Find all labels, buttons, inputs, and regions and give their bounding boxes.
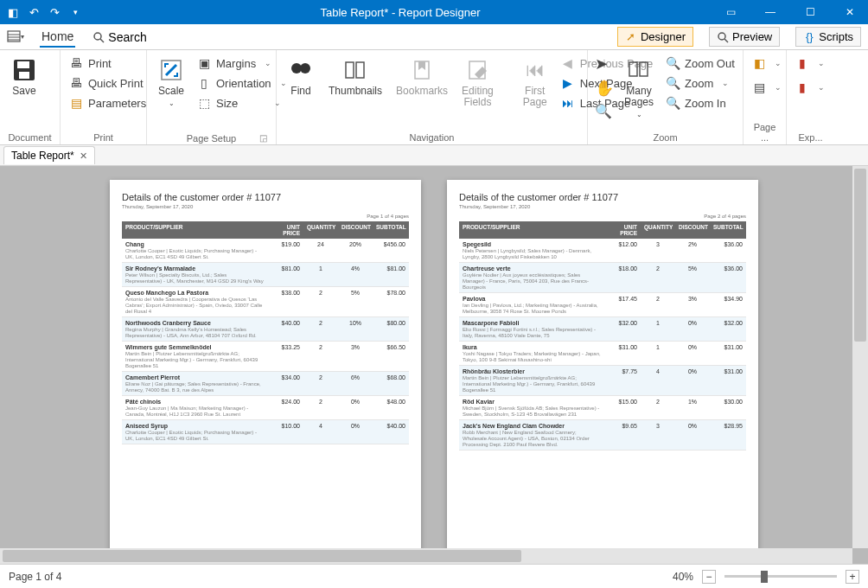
export-to-button[interactable]: ▮⌄ (794, 54, 827, 72)
bookmarks-icon (408, 56, 436, 84)
workspace: Details of the customer order # 11077 Th… (0, 166, 868, 564)
table-row: Jack's New England Clam ChowderRobb Merc… (459, 420, 746, 451)
zoom-slider[interactable] (724, 575, 837, 578)
orientation-icon: ▯ (197, 76, 211, 90)
group-navigation-label: Navigation (284, 131, 580, 143)
save-button[interactable]: Save (7, 54, 41, 99)
help-popup-icon[interactable]: ▭ (718, 3, 744, 21)
scale-icon (157, 56, 185, 84)
parameters-button[interactable]: ▤Parameters (67, 94, 148, 112)
group-page-label: Page ... (750, 120, 779, 143)
table-row: Queso Manchego La PastoraAntonio del Val… (122, 287, 409, 317)
table-row: Wimmers gute SemmelknödelMartin Bein | P… (122, 342, 409, 372)
table-row: Röd KaviarMichael Björn | Svensk Sjöföda… (459, 396, 746, 420)
page-color-icon: ◧ (752, 56, 766, 70)
table-header: PRODUCT/SUPPLIER UNIT PRICE QUANTITY DIS… (122, 221, 409, 239)
pointer-icon[interactable]: ➤ (595, 54, 614, 74)
pdf-icon: ▮ (795, 56, 809, 70)
print-button[interactable]: 🖶Print (67, 54, 148, 72)
thumbnails-button[interactable]: Thumbnails (325, 54, 386, 99)
preview-icon (717, 31, 729, 43)
size-button[interactable]: ⬚Size⌄ (195, 94, 289, 112)
table-row: Northwoods Cranberry SauceRegina Murphy … (122, 317, 409, 342)
bookmarks-button: Bookmarks (393, 54, 451, 99)
zoom-button[interactable]: 🔍Zoom⌄ (664, 74, 737, 92)
maximize-button[interactable]: ☐ (797, 3, 823, 21)
thumbnails-icon (341, 56, 369, 84)
title-bar: ◧ ↶ ↷ ▾ Table Report* - Report Designer … (0, 0, 868, 24)
zoom-in-icon: 🔍 (666, 96, 680, 110)
prev-page-icon: ◀ (561, 56, 575, 70)
minimize-button[interactable]: — (757, 3, 783, 21)
zoom-in-button[interactable]: 🔍Zoom In (664, 94, 737, 112)
tab-preview[interactable]: Preview (709, 27, 780, 47)
table-row: Pâté chinoisJean-Guy Lauzon | Ma Maison;… (122, 396, 409, 420)
document-tab-label: Table Report* (11, 150, 74, 162)
save-icon (10, 56, 38, 84)
quick-print-button[interactable]: 🖶Quick Print (67, 74, 148, 92)
scripts-icon: {} (803, 31, 815, 43)
group-print-label: Print (67, 131, 139, 143)
close-tab-icon[interactable]: ✕ (80, 150, 87, 162)
main-menu-icon[interactable]: ▾ (7, 29, 24, 46)
document-tab[interactable]: Table Report* ✕ (3, 146, 95, 164)
svg-rect-19 (629, 62, 637, 76)
first-page-icon: ⏮ (521, 56, 549, 84)
zoom-minus-button[interactable]: − (702, 570, 716, 584)
many-pages-icon (625, 56, 653, 84)
table-row: PavlovaIan Devling | Pavlova, Ltd.; Mark… (459, 293, 746, 317)
find-button[interactable]: Find (284, 54, 318, 99)
vertical-scrollbar[interactable] (852, 166, 868, 548)
scale-button[interactable]: Scale⌄ (154, 54, 188, 110)
status-zoom: 40% (673, 571, 693, 583)
margins-button[interactable]: ▣Margins⌄ (195, 54, 289, 72)
horizontal-scrollbar[interactable] (0, 548, 852, 564)
tab-designer[interactable]: ➚ Designer (617, 27, 693, 47)
report-title: Details of the customer order # 11077 (459, 192, 746, 202)
group-export-label: Exp... (794, 131, 827, 143)
svg-rect-14 (300, 67, 302, 70)
close-button[interactable]: ✕ (837, 3, 863, 21)
tab-search[interactable]: Search (91, 28, 148, 47)
table-row: ChangCharlotte Cooper | Exotic Liquids; … (122, 239, 409, 263)
next-page-icon: ▶ (561, 76, 575, 90)
zoom-out-button[interactable]: 🔍Zoom Out (664, 54, 737, 72)
page-color-button[interactable]: ◧⌄ (750, 54, 783, 72)
group-zoom-label: Zoom (595, 131, 736, 143)
table-row: Sir Rodney's MarmaladePeter Wilson | Spe… (122, 263, 409, 287)
pan-icon[interactable]: ✋ (595, 79, 614, 98)
ribbon: Save Document 🖶Print 🖶Quick Print ▤Param… (0, 50, 868, 145)
zoom-plus-button[interactable]: + (846, 570, 859, 584)
magnifier-icon[interactable]: 🔍 (595, 103, 614, 119)
send-button[interactable]: ▮⌄ (794, 79, 827, 96)
table-row: Camembert PierrotEliane Noz | Gai pâtura… (122, 372, 409, 396)
redo-icon[interactable]: ↷ (47, 4, 62, 20)
status-bar: Page 1 of 4 40% − + (0, 564, 868, 588)
report-page-1: Details of the customer order # 11077 Th… (110, 180, 421, 552)
window-title: Table Report* - Report Designer (83, 6, 718, 19)
report-title: Details of the customer order # 11077 (122, 192, 409, 202)
table-row: Aniseed SyrupCharlotte Cooper | Exotic L… (122, 420, 409, 444)
undo-icon[interactable]: ↶ (26, 4, 41, 20)
many-pages-button[interactable]: Many Pages⌄ (621, 54, 657, 122)
document-tab-bar: Table Report* ✕ (0, 145, 868, 166)
table-header: PRODUCT/SUPPLIER UNIT PRICE QUANTITY DIS… (459, 221, 746, 239)
table-row: Mascarpone FabioliElio Rossi | Formaggi … (459, 317, 746, 342)
editing-fields-button: Editing Fields (458, 54, 497, 110)
watermark-button[interactable]: ▤⌄ (750, 79, 783, 96)
page-setup-dialog-launcher[interactable]: ◲ (259, 133, 269, 143)
qat-dropdown-icon[interactable]: ▾ (67, 4, 83, 20)
tab-scripts[interactable]: {} Scripts (795, 27, 861, 47)
table-row: IkuraYoshi Nagase | Tokyo Traders; Marke… (459, 342, 746, 366)
search-icon (93, 31, 105, 43)
last-page-icon: ⏭ (561, 96, 575, 110)
orientation-button[interactable]: ▯Orientation⌄ (195, 74, 289, 92)
svg-point-4 (94, 33, 101, 40)
parameters-icon: ▤ (69, 96, 83, 110)
svg-rect-20 (640, 62, 648, 76)
size-icon: ⬚ (197, 96, 211, 110)
pdf-mail-icon: ▮ (795, 80, 809, 94)
svg-point-6 (718, 33, 725, 40)
tab-home[interactable]: Home (40, 27, 75, 48)
svg-rect-10 (19, 72, 29, 79)
